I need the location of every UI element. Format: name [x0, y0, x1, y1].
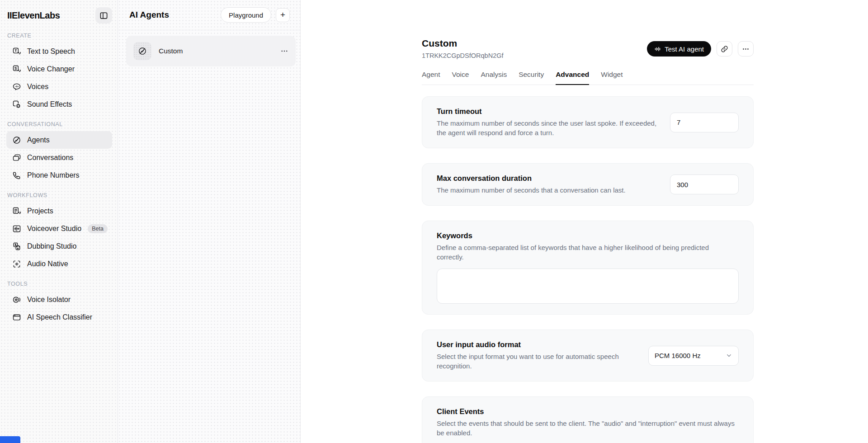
sidebar-item-label: Projects	[27, 207, 53, 215]
conversations-icon	[12, 153, 21, 162]
phone-icon	[12, 171, 21, 180]
agent-list-item-name: Custom	[159, 47, 183, 55]
audio-format-description: Select the input format you want to use …	[437, 352, 638, 371]
sidebar-item-phone-numbers[interactable]: Phone Numbers	[6, 166, 112, 184]
audio-format-selected-value: PCM 16000 Hz	[655, 352, 701, 359]
sidebar-item-label: Agents	[27, 136, 50, 144]
sidebar-item-conversations[interactable]: Conversations	[6, 149, 112, 166]
turn-timeout-input[interactable]	[670, 113, 739, 132]
chat-widget-partial[interactable]	[0, 436, 20, 443]
turn-timeout-description: The maximum number of seconds since the …	[437, 118, 667, 137]
sidebar-item-label: Voice Changer	[27, 65, 75, 73]
more-options-button[interactable]	[738, 41, 754, 57]
waveform-icon	[654, 46, 661, 52]
client-events-card: Client Events Select the events that sho…	[422, 396, 754, 443]
max-duration-title: Max conversation duration	[437, 174, 626, 183]
voiceover-studio-icon	[12, 224, 21, 233]
panel-left-icon	[99, 11, 108, 20]
sidebar-item-agents[interactable]: Agents	[6, 131, 112, 149]
add-agent-button[interactable]: +	[276, 8, 290, 22]
tab-widget[interactable]: Widget	[601, 71, 623, 85]
agent-icon	[138, 47, 147, 56]
audio-format-select[interactable]: PCM 16000 Hz	[648, 346, 739, 366]
sidebar-item-label: Sound Effects	[27, 100, 72, 108]
tab-voice[interactable]: Voice	[452, 71, 469, 85]
sidebar-item-label: Text to Speech	[27, 47, 75, 56]
keywords-textarea[interactable]	[437, 269, 739, 304]
agent-tabs: Agent Voice Analysis Security Advanced W…	[422, 71, 754, 85]
client-events-title: Client Events	[437, 407, 739, 416]
max-duration-input[interactable]	[670, 174, 739, 194]
sidebar-collapse-button[interactable]	[95, 7, 112, 24]
sidebar-item-voiceover-studio[interactable]: Voiceover Studio Beta	[6, 220, 112, 237]
elevenlabs-logo: IIElevenLabs	[6, 10, 60, 21]
tab-analysis[interactable]: Analysis	[481, 71, 507, 85]
link-icon	[721, 45, 728, 53]
agent-id: 1TRKK2CGpDSfORqbN2Gf	[422, 52, 504, 59]
sidebar-item-voices[interactable]: Voices	[6, 78, 112, 95]
max-duration-description: The maximum number of seconds that a con…	[437, 185, 626, 195]
keywords-description: Define a comma-separated list of keyword…	[437, 243, 735, 262]
turn-timeout-title: Turn timeout	[437, 107, 667, 116]
sidebar-item-label: Phone Numbers	[27, 171, 80, 179]
sidebar-item-label: Dubbing Studio	[27, 242, 76, 250]
agents-list-panel: AI Agents Playground + Custom	[118, 0, 301, 443]
max-duration-card: Max conversation duration The maximum nu…	[422, 163, 754, 206]
test-ai-agent-label: Test AI agent	[665, 45, 704, 53]
audio-native-icon	[12, 259, 21, 269]
sidebar-item-sound-effects[interactable]: Sound Effects	[6, 95, 112, 113]
tab-advanced[interactable]: Advanced	[556, 71, 589, 85]
voices-icon	[12, 82, 21, 91]
keywords-title: Keywords	[437, 231, 739, 240]
sidebar: IIElevenLabs CREATE Text to Speech Voice…	[0, 0, 118, 443]
agent-avatar-tile	[133, 42, 151, 60]
sidebar-item-text-to-speech[interactable]: Text to Speech	[6, 42, 112, 60]
sidebar-item-label: Audio Native	[27, 260, 68, 268]
sidebar-item-ai-speech-classifier[interactable]: AI Speech Classifier	[6, 308, 112, 326]
text-to-speech-icon	[12, 47, 21, 56]
audio-format-card: User input audio format Select the input…	[422, 330, 754, 382]
sidebar-item-label: Voices	[27, 83, 48, 91]
sidebar-item-voice-changer[interactable]: Voice Changer	[6, 60, 112, 78]
section-label-conversational: CONVERSATIONAL	[7, 121, 112, 127]
sidebar-item-dubbing-studio[interactable]: Dubbing Studio	[6, 237, 112, 255]
page-title: Custom	[422, 38, 504, 49]
sidebar-item-label: Voice Isolator	[27, 296, 71, 304]
playground-button[interactable]: Playground	[221, 7, 271, 23]
voice-changer-icon	[12, 65, 21, 74]
agents-icon	[12, 136, 21, 145]
agents-list-header: AI Agents Playground +	[118, 0, 300, 30]
sidebar-item-label: AI Speech Classifier	[27, 313, 92, 321]
sidebar-item-projects[interactable]: Projects	[6, 202, 112, 220]
projects-icon	[12, 207, 21, 216]
ai-speech-classifier-icon	[12, 313, 21, 322]
test-ai-agent-button[interactable]: Test AI agent	[647, 41, 711, 57]
client-events-description: Select the events that should be sent to…	[437, 419, 739, 438]
sidebar-item-audio-native[interactable]: Audio Native	[6, 255, 112, 273]
agent-row-more-button[interactable]	[280, 47, 288, 55]
turn-timeout-card: Turn timeout The maximum number of secon…	[422, 96, 754, 148]
section-label-workflows: WORKFLOWS	[7, 192, 112, 198]
section-label-tools: TOOLS	[7, 281, 112, 287]
sidebar-item-label: Voiceover Studio	[27, 225, 81, 233]
tab-security[interactable]: Security	[519, 71, 544, 85]
keywords-card: Keywords Define a comma-separated list o…	[422, 221, 754, 315]
main-content: Custom 1TRKK2CGpDSfORqbN2Gf Test AI agen…	[301, 0, 868, 443]
beta-badge: Beta	[88, 224, 108, 233]
copy-link-button[interactable]	[717, 41, 732, 57]
agent-header: Custom 1TRKK2CGpDSfORqbN2Gf Test AI agen…	[422, 38, 754, 59]
section-label-create: CREATE	[7, 33, 112, 39]
more-horizontal-icon	[742, 45, 750, 53]
agents-panel-title: AI Agents	[129, 10, 169, 20]
sound-effects-icon	[12, 100, 21, 109]
voice-isolator-icon	[12, 295, 21, 304]
tab-agent[interactable]: Agent	[422, 71, 440, 85]
chevron-down-icon	[726, 352, 732, 359]
agent-list-item-custom[interactable]: Custom	[126, 36, 296, 66]
sidebar-item-label: Conversations	[27, 154, 73, 162]
dubbing-studio-icon	[12, 242, 21, 251]
audio-format-title: User input audio format	[437, 340, 638, 349]
sidebar-item-voice-isolator[interactable]: Voice Isolator	[6, 291, 112, 308]
